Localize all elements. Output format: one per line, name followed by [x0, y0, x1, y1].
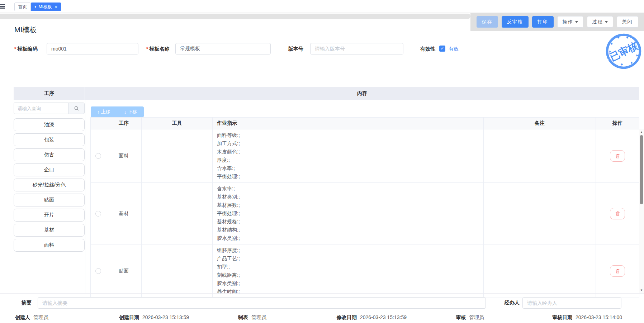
process-item-button[interactable]: 贴面: [14, 194, 85, 206]
instruction-line: 含水率:;: [217, 185, 479, 193]
save-button[interactable]: 保存: [477, 16, 498, 28]
instructions-cell: 组胚厚度:;产品工艺:;扣型:;刻线距离:;胶水类别:;养生时间:;: [213, 244, 484, 298]
delete-row-button[interactable]: [610, 208, 625, 219]
tool-cell: [142, 244, 213, 298]
instruction-line: 胶水类别:;: [217, 234, 479, 242]
row-radio[interactable]: [95, 268, 101, 274]
tab-close-icon[interactable]: ×: [55, 4, 58, 10]
meta-row: 创建人管理员创建日期2026-03-23 15:13:59制表管理员修改日期20…: [0, 314, 644, 322]
process-cell: 贴面: [106, 244, 142, 298]
tab-bar: 首页 ● MI模板 ×: [0, 0, 644, 13]
process-panel-header: 工序: [14, 87, 85, 100]
column-header: 备注: [484, 118, 596, 129]
tab-mi-template[interactable]: ● MI模板 ×: [31, 3, 61, 11]
close-button[interactable]: 关闭: [617, 16, 638, 28]
vertical-scrollbar[interactable]: ▲ ▼: [639, 129, 644, 293]
unsaved-dot-icon: ●: [34, 5, 36, 9]
meta-label: 审核: [456, 314, 466, 320]
column-header: [91, 118, 106, 129]
footer-divider: [0, 293, 644, 294]
trash-icon: [615, 211, 620, 216]
table-header-row: 工序工具作业指示备注操作: [91, 118, 639, 129]
instruction-line: 木皮颜色:;: [217, 148, 479, 156]
scroll-up-icon[interactable]: ▲: [639, 130, 644, 134]
trash-icon: [615, 153, 620, 159]
instruction-line: 基材类别:;: [217, 193, 479, 201]
version-label: 版本号: [288, 46, 303, 52]
content-table: 工序工具作业指示备注操作 面料面料等级:;加工方式:;木皮颜色:;厚度:;含水率…: [90, 117, 639, 298]
delete-row-button[interactable]: [610, 150, 625, 162]
reverse-audit-label: 反审核: [507, 19, 523, 25]
process-search-input[interactable]: [14, 103, 68, 114]
meta-item: 修改日期2026-03-23 15:13:59: [337, 314, 407, 321]
table-body: 面料面料等级:;加工方式:;木皮颜色:;厚度:;含水率:;平衡处理:;基材含水率…: [91, 129, 639, 298]
instruction-line: 含水率:;: [217, 164, 479, 172]
delete-row-button[interactable]: [610, 265, 625, 277]
operation-dropdown-button[interactable]: 操作: [557, 16, 583, 28]
page-title: MI模板: [14, 25, 37, 35]
remark-cell: [484, 129, 596, 183]
arrow-down-icon: ↓: [124, 109, 127, 115]
reverse-audit-button[interactable]: 反审核: [502, 16, 529, 28]
handler-input[interactable]: [522, 297, 621, 309]
summary-label: 摘要: [22, 300, 32, 306]
process-dropdown-button[interactable]: 过程: [587, 16, 613, 28]
instruction-line: 平衡处理:;: [217, 209, 479, 218]
meta-label: 制表: [238, 314, 248, 320]
app-root: 首页 ● MI模板 × 保存 反审核 打印 操作 过程 关闭 MI模板 *模板编…: [0, 0, 644, 323]
row-radio[interactable]: [95, 153, 101, 159]
meta-item: 审核管理员: [456, 314, 484, 321]
column-header: 作业指示: [213, 118, 484, 129]
validity-checkbox[interactable]: ✓: [439, 46, 445, 52]
remark-cell: [484, 183, 596, 244]
process-label: 过程: [592, 19, 603, 25]
process-item-button[interactable]: 油漆: [14, 118, 85, 131]
process-list: 油漆包装仿古企口砂光/拉丝/分色贴面开片基材面料: [14, 118, 85, 254]
validity-label: 有效性: [420, 46, 435, 52]
move-down-label: 下移: [128, 109, 137, 115]
search-button[interactable]: [68, 103, 85, 114]
process-item-button[interactable]: 砂光/拉丝/分色: [14, 179, 85, 191]
meta-item: 审核日期2026-03-23 15:14:00: [552, 314, 622, 321]
process-item-button[interactable]: 面料: [14, 239, 85, 252]
move-down-button[interactable]: ↓下移: [117, 106, 144, 117]
operation-label: 操作: [563, 19, 573, 25]
tab-home[interactable]: 首页: [14, 3, 31, 11]
process-item-button[interactable]: 仿古: [14, 148, 85, 161]
arrow-up-icon: ↑: [97, 109, 100, 115]
process-item-button[interactable]: 基材: [14, 224, 85, 237]
process-cell: 面料: [106, 129, 142, 183]
table-row: 面料面料等级:;加工方式:;木皮颜色:;厚度:;含水率:;平衡处理:;: [91, 129, 639, 183]
move-up-button[interactable]: ↑上移: [91, 106, 117, 117]
horizontal-scrollbar-thumb[interactable]: [0, 14, 470, 19]
meta-item: 创建日期2026-03-23 15:13:59: [119, 314, 189, 321]
move-up-label: 上移: [101, 109, 110, 115]
meta-label: 创建日期: [119, 314, 139, 320]
process-item-button[interactable]: 开片: [14, 209, 85, 222]
print-button[interactable]: 打印: [532, 16, 554, 28]
template-name-input[interactable]: [175, 43, 271, 54]
menu-icon[interactable]: [0, 4, 4, 9]
move-toolbar: ↑上移 ↓下移: [91, 106, 144, 117]
approved-stamp: ★★★★★★★★★ 已审核: [605, 32, 643, 70]
scroll-down-icon[interactable]: ▼: [639, 289, 644, 292]
instruction-line: 胶水类别:;: [217, 279, 479, 288]
version-input[interactable]: [310, 43, 403, 54]
table-row: 贴面组胚厚度:;产品工艺:;扣型:;刻线距离:;胶水类别:;养生时间:;: [91, 244, 639, 298]
tab-home-label: 首页: [18, 4, 27, 10]
row-radio[interactable]: [95, 211, 101, 217]
instruction-line: 基材结构:;: [217, 226, 479, 234]
process-item-button[interactable]: 企口: [14, 163, 85, 176]
close-label: 关闭: [622, 19, 633, 25]
meta-value: 管理员: [251, 314, 266, 320]
instruction-line: 扣型:;: [217, 263, 479, 271]
star-icon: ★: [609, 41, 614, 46]
instruction-line: 基材规格:;: [217, 218, 479, 226]
template-code-input[interactable]: [47, 43, 138, 54]
summary-input[interactable]: [38, 297, 486, 309]
meta-value: 2026-03-23 15:13:59: [142, 314, 189, 320]
template-name-label: *模板名称: [146, 46, 169, 52]
process-item-button[interactable]: 包装: [14, 133, 85, 146]
vertical-scrollbar-thumb[interactable]: [640, 135, 643, 204]
instruction-line: 面料等级:;: [217, 131, 479, 139]
